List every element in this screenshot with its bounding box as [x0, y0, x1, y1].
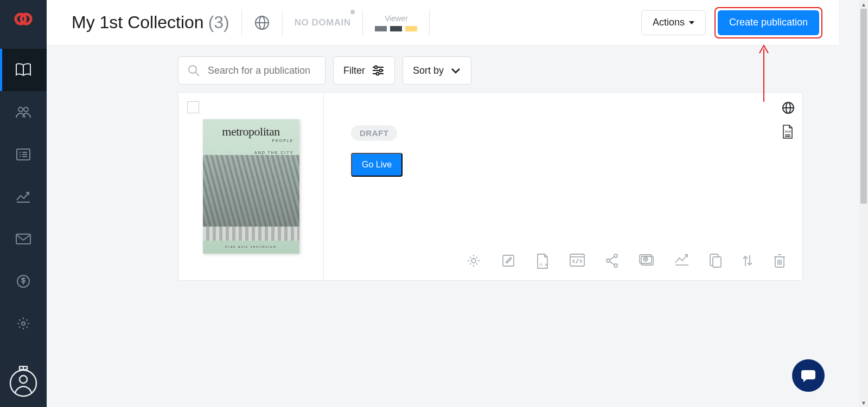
no-domain-label[interactable]: NO DOMAIN: [295, 17, 351, 28]
cover-footer: Cras quis vestibulum: [203, 245, 299, 248]
delete-icon[interactable]: [773, 253, 786, 269]
svg-point-51: [645, 259, 647, 260]
media-icon[interactable]: [639, 253, 655, 269]
svg-point-50: [643, 257, 648, 261]
publication-card: metropolitan PEOPLE AND THE CITY Cras qu…: [178, 92, 803, 281]
nav-settings[interactable]: [0, 302, 47, 345]
chevron-down-icon: [450, 67, 461, 74]
svg-point-43: [614, 254, 617, 257]
svg-line-47: [610, 262, 615, 265]
svg-point-28: [380, 69, 382, 72]
book-icon: [15, 63, 31, 77]
scrollbar[interactable]: ▲ ▼: [859, 0, 868, 407]
scroll-up-icon[interactable]: ▲: [859, 0, 868, 9]
content: metropolitan PEOPLE AND THE CITY Cras qu…: [47, 92, 839, 407]
select-checkbox[interactable]: [187, 101, 199, 113]
main-area: My 1st Collection (3) NO DOMAIN Viewer: [47, 0, 839, 407]
nav-list[interactable]: [0, 133, 47, 176]
swatch-icon: [405, 26, 417, 31]
caret-down-icon: [689, 21, 694, 24]
gear-icon: [16, 316, 30, 331]
svg-line-42: [576, 259, 578, 263]
chat-icon: [800, 367, 816, 384]
svg-point-30: [376, 73, 379, 75]
mail-icon: [16, 234, 31, 244]
list-toolbar: Filter Sort by: [47, 46, 839, 92]
collection-title: My 1st Collection (3): [72, 12, 229, 33]
divider: [429, 10, 430, 36]
search-box[interactable]: [178, 56, 326, 85]
edit-icon[interactable]: [501, 253, 516, 269]
search-icon: [187, 64, 200, 77]
status-dot-icon: [350, 10, 355, 14]
go-live-button[interactable]: Go Live: [351, 153, 403, 177]
viewer-label: Viewer: [385, 14, 408, 23]
title-count: (3): [208, 12, 229, 33]
publication-cover[interactable]: metropolitan PEOPLE AND THE CITY Cras qu…: [203, 119, 299, 254]
copy-icon[interactable]: [709, 253, 722, 269]
globe-icon[interactable]: [782, 101, 795, 114]
actions-dropdown[interactable]: Actions: [641, 10, 706, 35]
svg-rect-38: [503, 255, 514, 266]
cover-art: [203, 227, 299, 241]
users-icon: [15, 106, 31, 119]
thumbnail-column: metropolitan PEOPLE AND THE CITY Cras qu…: [178, 93, 324, 280]
sort-button[interactable]: Sort by: [403, 56, 471, 85]
svg-line-24: [195, 72, 199, 76]
settings-icon[interactable]: [466, 253, 481, 269]
pdf-icon[interactable]: PDF: [782, 124, 795, 139]
info-column: DRAFT Go Live PDF: [324, 93, 802, 280]
share-icon[interactable]: [605, 253, 619, 269]
svg-text:PDF: PDF: [785, 130, 792, 133]
actions-label: Actions: [653, 17, 685, 28]
title-text: My 1st Collection: [72, 12, 204, 33]
svg-rect-53: [713, 257, 721, 267]
filter-label: Filter: [343, 65, 365, 76]
nav-billing[interactable]: [0, 260, 47, 302]
nav-analytics[interactable]: [0, 176, 47, 218]
viewer-theme[interactable]: Viewer: [375, 14, 417, 31]
divider: [362, 10, 363, 36]
document-icon[interactable]: A: [535, 253, 550, 269]
visibility-globe-icon[interactable]: [254, 15, 270, 31]
sidebar: [0, 0, 47, 407]
nav-publications[interactable]: [0, 49, 47, 91]
theme-swatches: [375, 26, 417, 31]
nav-messages[interactable]: [0, 218, 47, 260]
create-publication-button[interactable]: Create publication: [718, 10, 819, 35]
swatch-icon: [375, 26, 387, 31]
account-avatar[interactable]: [9, 366, 37, 397]
app-logo[interactable]: [14, 10, 33, 28]
nav-users[interactable]: [0, 91, 47, 133]
svg-point-3: [24, 107, 28, 112]
svg-text:A: A: [539, 262, 542, 267]
embed-icon[interactable]: [569, 253, 585, 269]
stats-icon[interactable]: [674, 253, 690, 269]
filter-button[interactable]: Filter: [333, 56, 395, 85]
topbar: My 1st Collection (3) NO DOMAIN Viewer: [47, 0, 839, 46]
search-input[interactable]: [208, 65, 334, 76]
svg-line-46: [610, 257, 615, 260]
scrollbar-thumb[interactable]: [860, 9, 867, 204]
svg-point-14: [22, 322, 25, 325]
chat-fab[interactable]: [792, 359, 825, 392]
svg-point-26: [375, 66, 378, 69]
cover-sub1: PEOPLE: [272, 139, 293, 143]
sliders-icon: [372, 65, 385, 76]
cover-title: metropolitan: [203, 125, 299, 139]
swatch-icon: [390, 26, 402, 31]
divider: [241, 10, 242, 36]
sort-label: Sort by: [413, 65, 444, 76]
cover-sub2: AND THE CITY: [254, 151, 294, 154]
card-side-icons: PDF: [782, 101, 795, 139]
svg-point-45: [614, 264, 617, 267]
scroll-down-icon[interactable]: ▼: [859, 398, 868, 407]
svg-point-44: [607, 259, 610, 262]
reorder-icon[interactable]: [742, 253, 754, 269]
svg-marker-22: [689, 21, 694, 24]
dollar-icon: [16, 274, 30, 288]
svg-point-37: [471, 259, 476, 263]
status-badge: DRAFT: [351, 125, 397, 141]
list-icon: [16, 148, 30, 160]
svg-point-2: [18, 107, 23, 112]
